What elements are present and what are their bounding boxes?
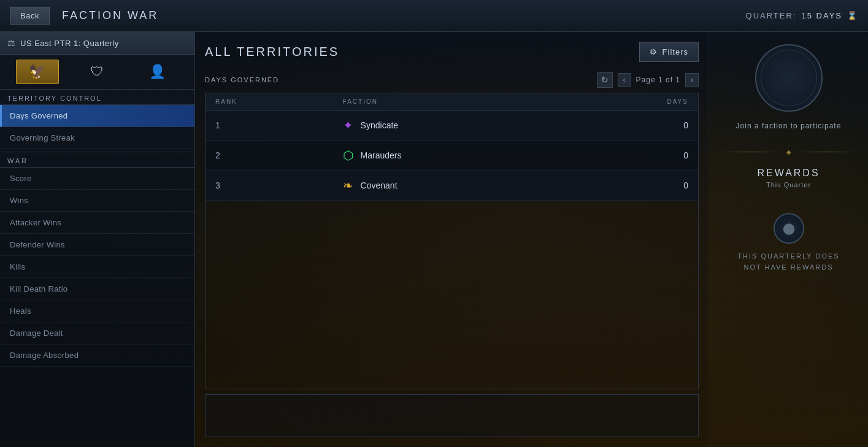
sidebar-item-damage-absorbed[interactable]: Damage Absorbed [0,344,194,367]
sidebar-item-defender-wins[interactable]: Defender Wins [0,234,194,256]
app-title: FACTION WAR [62,9,158,22]
back-button[interactable]: Back [10,7,50,25]
no-rewards-line2: NOT HAVE REWARDS [743,263,833,271]
faction-name: Covenant [361,181,398,190]
shield-faction-icon: 🛡 [90,64,104,80]
table-row[interactable]: 2 ⬡ Marauders 0 [205,141,698,171]
faction-tab-shield[interactable]: 🛡 [75,60,118,84]
prev-page-button[interactable]: ‹ [618,73,631,87]
server-name-label: US East PTR 1: Quarterly [20,39,119,48]
filters-button[interactable]: ⚙ Filters [639,42,699,62]
faction-data-table: RANK FACTION DAYS 1 ✦ Syndicate 0 2 [205,93,698,201]
reward-icon-area: ⬤ [774,213,804,244]
faction-name: Marauders [361,150,402,160]
content-header: ALL TERRITORIES ⚙ Filters [205,42,699,62]
quarter-info: QUARTER: 15 days ⌛ [746,11,858,20]
rank-column-header: RANK [205,93,333,111]
syndicate-icon: ✦ [343,118,353,133]
bottom-info-area [205,394,699,437]
covenant-icon: ❧ [343,178,353,193]
reward-icon: ⬤ [783,222,795,235]
sidebar-item-heals[interactable]: Heals [0,300,194,322]
filters-label: Filters [663,47,688,56]
war-section-header: WAR [0,152,194,168]
days-cell: 0 [573,111,698,141]
category-label: DAYS GOVERNED [205,76,592,84]
sidebar: ⚖ US East PTR 1: Quarterly 🦅 🛡 👤 TERRITO… [0,32,195,447]
page-title: ALL TERRITORIES [205,45,339,59]
faction-name: Syndicate [361,120,398,130]
table-header-row: RANK FACTION DAYS [205,93,698,111]
divider-diamond-icon: ◆ [786,149,791,155]
table-row[interactable]: 3 ❧ Covenant 0 [205,171,698,201]
sidebar-item-score[interactable]: Score [0,168,194,190]
server-selector[interactable]: ⚖ US East PTR 1: Quarterly [0,32,194,55]
faction-tab-person[interactable]: 👤 [136,60,179,84]
quarter-label: QUARTER: [746,11,797,20]
rank-cell: 1 [205,111,333,141]
refresh-button[interactable]: ↻ [597,72,613,88]
medallion [755,44,823,112]
rewards-subtitle: This Quarter [766,181,811,189]
category-bar: DAYS GOVERNED ↻ ‹ Page 1 of 1 › [205,72,699,88]
divider-line: ◆ [719,149,858,155]
table-row[interactable]: 1 ✦ Syndicate 0 [205,111,698,141]
medallion-container [755,44,823,112]
data-table-wrapper: RANK FACTION DAYS 1 ✦ Syndicate 0 2 [205,93,699,389]
no-rewards-line1: THIS QUARTERLY DOES [737,252,839,260]
days-cell: 0 [573,141,698,171]
days-cell: 0 [573,171,698,201]
pagination-info: Page 1 of 1 [636,76,680,84]
sidebar-item-kills[interactable]: Kills [0,256,194,278]
equalizer-icon: ⚖ [7,38,15,48]
faction-cell: ❧ Covenant [333,171,574,201]
next-page-button[interactable]: › [685,73,699,87]
right-panel: Join a faction to participate ◆ REWARDS … [709,32,868,447]
header-bar: Back FACTION WAR QUARTER: 15 days ⌛ [0,0,868,32]
no-rewards-text: THIS QUARTERLY DOES NOT HAVE REWARDS [737,251,839,273]
sidebar-item-damage-dealt[interactable]: Damage Dealt [0,322,194,344]
marauder-icon: ⬡ [343,148,353,163]
gold-faction-icon: 🦅 [29,64,45,80]
center-content: ALL TERRITORIES ⚙ Filters DAYS GOVERNED … [195,32,709,447]
faction-cell: ⬡ Marauders [333,141,574,171]
pagination-text: Page 1 of 1 [636,76,680,84]
sidebar-item-governing-streak[interactable]: Governing Streak [0,127,194,149]
territory-control-header: TERRITORY CONTROL [0,90,194,105]
rank-cell: 2 [205,141,333,171]
filter-icon: ⚙ [650,47,658,56]
sidebar-item-kill-death-ratio[interactable]: Kill Death Ratio [0,278,194,300]
sidebar-item-wins[interactable]: Wins [0,190,194,212]
faction-tabs-row: 🦅 🛡 👤 [0,55,194,90]
main-layout: ⚖ US East PTR 1: Quarterly 🦅 🛡 👤 TERRITO… [0,32,868,447]
faction-cell: ✦ Syndicate [333,111,574,141]
prev-icon: ‹ [623,76,626,84]
rewards-title: REWARDS [757,168,820,179]
sidebar-item-days-governed[interactable]: Days Governed [0,105,194,127]
quarter-value: 15 days [801,11,842,20]
days-column-header: DAYS [573,93,698,111]
sidebar-item-attacker-wins[interactable]: Attacker Wins [0,212,194,234]
person-faction-icon: 👤 [149,64,166,80]
rank-cell: 3 [205,171,333,201]
hourglass-icon: ⌛ [847,11,858,20]
faction-tab-gold[interactable]: 🦅 [16,60,59,84]
join-faction-text: Join a faction to participate [736,122,842,130]
refresh-icon: ↻ [601,75,609,85]
next-icon: › [691,76,693,84]
reward-circle: ⬤ [774,213,804,244]
faction-column-header: FACTION [333,93,574,111]
